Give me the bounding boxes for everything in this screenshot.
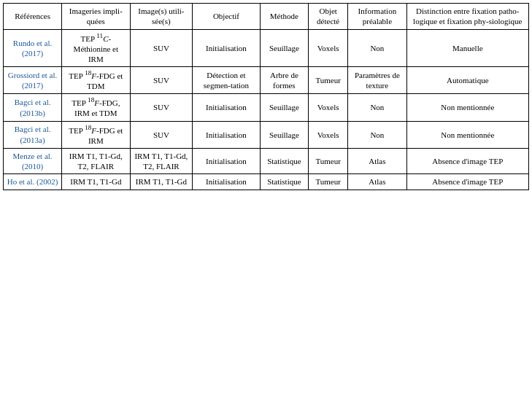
header-objectif: Objectif	[193, 4, 260, 30]
main-table: Références Imageries impli-quées Image(s…	[3, 3, 529, 190]
cell-objectif: Initialisation	[193, 94, 260, 121]
header-info: Information préalable	[348, 4, 406, 30]
cell-objet: Tumeur	[309, 148, 348, 174]
cell-distinction: Manuelle	[406, 29, 528, 67]
cell-ref: Bagci et al. (2013a)	[4, 121, 62, 148]
cell-info: Paramètres de texture	[348, 67, 406, 94]
cell-ref: Grossiord et al. (2017)	[4, 67, 62, 94]
cell-distinction: Absence d'image TEP	[406, 148, 528, 174]
cell-methode: Seuillage	[260, 94, 309, 121]
cell-info: Atlas	[348, 174, 406, 190]
cell-info: Non	[348, 29, 406, 67]
header-references: Références	[4, 4, 62, 30]
table-row: Bagci et al. (2013b)TEP 18F-FDG, IRM et …	[4, 94, 529, 121]
cell-ref: Ho et al. (2002)	[4, 174, 62, 190]
cell-imageries: TEP 11C-Méthionine et IRM	[62, 29, 130, 67]
cell-ref: Menze et al. (2010)	[4, 148, 62, 174]
table-row: Rundo et al. (2017)TEP 11C-Méthionine et…	[4, 29, 529, 67]
header-objet: Objet détecté	[309, 4, 348, 30]
cell-methode: Statistique	[260, 148, 309, 174]
header-images: Image(s) utili-sée(s)	[130, 4, 193, 30]
cell-objectif: Initialisation	[193, 121, 260, 148]
cell-images: IRM T1, T1-Gd	[130, 174, 193, 190]
header-methode: Méthode	[260, 4, 309, 30]
cell-imageries: IRM T1, T1-Gd, T2, FLAIR	[62, 148, 130, 174]
cell-objectif: Initialisation	[193, 174, 260, 190]
cell-distinction: Non mentionnée	[406, 121, 528, 148]
table-row: Bagci et al. (2013a)TEP 18F-FDG et IRMSU…	[4, 121, 529, 148]
cell-objet: Voxels	[309, 29, 348, 67]
cell-objet: Voxels	[309, 121, 348, 148]
table-row: Menze et al. (2010)IRM T1, T1-Gd, T2, FL…	[4, 148, 529, 174]
table-row: Ho et al. (2002)IRM T1, T1-GdIRM T1, T1-…	[4, 174, 529, 190]
cell-images: SUV	[130, 67, 193, 94]
cell-methode: Seuillage	[260, 121, 309, 148]
cell-objectif: Initialisation	[193, 148, 260, 174]
header-imageries: Imageries impli-quées	[62, 4, 130, 30]
cell-images: SUV	[130, 94, 193, 121]
cell-objet: Tumeur	[309, 174, 348, 190]
cell-distinction: Automatique	[406, 67, 528, 94]
cell-methode: Statistique	[260, 174, 309, 190]
cell-imageries: IRM T1, T1-Gd	[62, 174, 130, 190]
table-row: Grossiord et al. (2017)TEP 18F-FDG et TD…	[4, 67, 529, 94]
cell-images: SUV	[130, 121, 193, 148]
cell-methode: Arbre de formes	[260, 67, 309, 94]
cell-methode: Seuillage	[260, 29, 309, 67]
cell-ref: Rundo et al. (2017)	[4, 29, 62, 67]
cell-distinction: Non mentionnée	[406, 94, 528, 121]
cell-images: IRM T1, T1-Gd, T2, FLAIR	[130, 148, 193, 174]
cell-info: Atlas	[348, 148, 406, 174]
cell-imageries: TEP 18F-FDG et IRM	[62, 121, 130, 148]
cell-objet: Tumeur	[309, 67, 348, 94]
cell-info: Non	[348, 94, 406, 121]
cell-images: SUV	[130, 29, 193, 67]
cell-info: Non	[348, 121, 406, 148]
cell-imageries: TEP 18F-FDG et TDM	[62, 67, 130, 94]
cell-objet: Voxels	[309, 94, 348, 121]
cell-objectif: Détection et segmen-tation	[193, 67, 260, 94]
header-distinction: Distinction entre fixation patho­logique…	[406, 4, 528, 30]
cell-objectif: Initialisation	[193, 29, 260, 67]
cell-ref: Bagci et al. (2013b)	[4, 94, 62, 121]
cell-distinction: Absence d'image TEP	[406, 174, 528, 190]
cell-imageries: TEP 18F-FDG, IRM et TDM	[62, 94, 130, 121]
